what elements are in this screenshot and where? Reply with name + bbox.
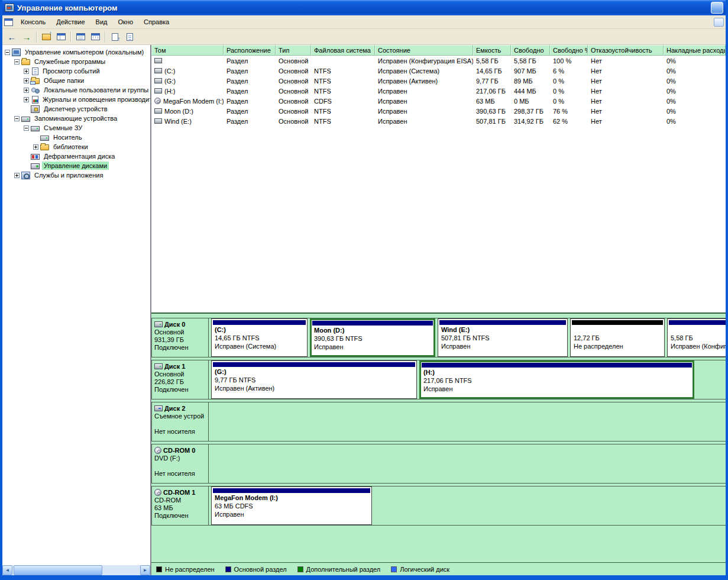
volume-row-h[interactable]: (H:)РазделОсновнойNTFSИсправен217,06 ГБ4… [151, 86, 726, 96]
computer-icon [12, 49, 21, 56]
child-window-button[interactable] [714, 18, 724, 27]
show-hide-tree-button[interactable] [54, 30, 68, 43]
menu-item-help[interactable]: Справка [138, 17, 174, 27]
collapse-icon[interactable] [14, 59, 20, 65]
menu-item-action[interactable]: Действие [51, 17, 90, 27]
close-button[interactable] [711, 2, 723, 14]
volume-fault-tolerance: Нет [588, 78, 664, 85]
tree-item-media[interactable]: Носитель [2, 133, 150, 142]
partition-g[interactable]: (G:)9,77 ГБ NTFSИсправен (Активен) [211, 360, 417, 399]
volume-row-c[interactable]: (C:)РазделОсновнойNTFSИсправен (Система)… [151, 66, 726, 76]
column-header-volume[interactable]: Том [151, 45, 224, 56]
disk-header-disk-0[interactable]: Диск 0Основной931,39 ГБПодключен [152, 318, 209, 357]
column-header-overhead[interactable]: Накладные расходы [664, 45, 726, 56]
tree-item-disk-management[interactable]: Управление дисками [2, 161, 150, 170]
expand-icon[interactable] [14, 173, 20, 178]
tree-item-libraries[interactable]: библиотеки [2, 142, 150, 152]
volume-type: Основной [276, 78, 311, 85]
disk-info-line: Основной [154, 370, 206, 378]
expand-icon[interactable] [24, 69, 29, 74]
volume-row-megafon-i[interactable]: MegaFon Modem (I:)РазделОсновнойCDFSИспр… [151, 96, 726, 106]
partition-unallocated[interactable]: 12,72 ГБНе распределен [570, 318, 665, 357]
volume-type: Основной [276, 98, 311, 105]
tree-item-shared-folders[interactable]: Общие папки [2, 76, 150, 85]
disk-info-line: Подключен [154, 512, 206, 520]
tree-item-services-applications[interactable]: Службы и приложения [2, 170, 150, 180]
up-one-level-button[interactable] [39, 30, 53, 43]
disk-header-disk-1[interactable]: Диск 1Основной226,82 ГБПодключен [152, 360, 209, 399]
computer-management-window: Управление компьютером КонсольДействиеВи… [0, 0, 728, 580]
volume-row-moon-d[interactable]: Moon (D:)РазделОсновнойNTFSИсправен390,6… [151, 106, 726, 116]
column-header-free-space[interactable]: Свободно [511, 45, 550, 56]
disk-info-line: Нет носителя [154, 470, 206, 478]
scrollbar-thumb[interactable] [14, 565, 102, 575]
column-header-file-system[interactable]: Файловая система [311, 45, 375, 56]
tree-horizontal-scrollbar[interactable]: ◄ ► [2, 565, 150, 575]
partition-wind-e[interactable]: Wind (E:)507,81 ГБ NTFSИсправен [438, 318, 568, 357]
tree-item-storage[interactable]: Запоминающие устройства [2, 114, 150, 123]
disk-header-cdrom-1[interactable]: CD-ROM 1CD-ROM63 МБПодключен [152, 486, 209, 525]
tree-item-computer-management-root[interactable]: Управление компьютером (локальным) [2, 47, 150, 57]
volume-capacity: 14,65 ГБ [473, 67, 511, 75]
volume-icon [154, 118, 162, 124]
partition-h[interactable]: (H:)217,06 ГБ NTFSИсправен [419, 360, 694, 399]
collapse-icon[interactable] [14, 116, 20, 121]
collapse-icon[interactable] [5, 50, 10, 55]
legend-item-extended-partition: Дополнительный раздел [297, 566, 381, 573]
partition-megafon-i[interactable]: MegaFon Modem (I:)63 МБ CDFSИсправен [211, 486, 372, 525]
tree-item-event-viewer[interactable]: Просмотр событий [2, 66, 150, 76]
tree-item-performance-logs[interactable]: Журналы и оповещения производит [2, 95, 150, 104]
disk-row-disk-1: Диск 1Основной226,82 ГБПодключен(G:)9,77… [151, 360, 726, 399]
scrollbar-track[interactable] [12, 565, 140, 575]
partition-label: (C:) [212, 326, 307, 334]
volume-icon [154, 68, 162, 73]
scroll-left-button[interactable]: ◄ [2, 565, 12, 575]
back-button[interactable] [5, 30, 19, 43]
partition-size: 217,06 ГБ NTFS [420, 376, 693, 385]
console-window-icon[interactable] [4, 18, 13, 26]
disk-header-disk-2[interactable]: Диск 2Съемное устрой Нет носителя [152, 402, 209, 441]
partition-eisa[interactable]: 5,58 ГБИсправен (Конфигу [667, 318, 726, 357]
partition-label: MegaFon Modem (I:) [212, 494, 371, 502]
window-props-icon [76, 33, 85, 40]
volume-free-pct: 62 % [550, 118, 588, 125]
volume-row-g[interactable]: (G:)РазделОсновнойNTFSИсправен (Активен)… [151, 76, 726, 86]
disk-header-cdrom-0[interactable]: CD-ROM 0DVD (F:) Нет носителя [152, 444, 209, 483]
refresh-button[interactable] [108, 30, 122, 43]
volume-row-wind-e[interactable]: Wind (E:)РазделОсновнойNTFSИсправен507,8… [151, 116, 726, 126]
volume-row-eisa[interactable]: РазделОсновнойИсправен (Конфигурация EIS… [151, 56, 726, 66]
column-header-status[interactable]: Состояние [375, 45, 473, 56]
cd-rom-icon [154, 447, 161, 454]
scroll-right-button[interactable]: ► [140, 565, 150, 575]
menu-item-view[interactable]: Вид [90, 17, 113, 27]
disk-row-disk-0: Диск 0Основной931,39 ГБПодключен(C:)14,6… [151, 318, 726, 357]
column-header-free-pct[interactable]: Свободно % [550, 45, 588, 56]
partition-moon-d[interactable]: Moon (D:)390,63 ГБ NTFSИсправен [310, 318, 435, 357]
volume-layout: Раздел [224, 98, 276, 105]
volume-free-pct: 6 % [550, 67, 588, 75]
menu-item-window[interactable]: Окно [113, 17, 139, 27]
volume-free-space: 298,37 ГБ [511, 108, 550, 115]
menu-item-console[interactable]: Консоль [15, 17, 51, 27]
column-header-fault-tolerance[interactable]: Отказоустойчивость [588, 45, 664, 56]
collapse-icon[interactable] [24, 125, 29, 131]
forward-button[interactable] [20, 30, 34, 43]
column-header-layout[interactable]: Расположение [224, 45, 276, 56]
properties-button[interactable] [73, 30, 88, 43]
expand-icon[interactable] [24, 78, 29, 83]
column-header-capacity[interactable]: Емкость [473, 45, 511, 56]
expand-icon[interactable] [33, 144, 38, 150]
expand-icon[interactable] [24, 97, 29, 102]
column-header-type[interactable]: Тип [276, 45, 311, 56]
tree-item-device-manager[interactable]: Диспетчер устройств [2, 104, 150, 114]
tree-item-local-users-groups[interactable]: Локальные пользователи и группы [2, 85, 150, 95]
tree-item-system-tools[interactable]: Служебные программы [2, 57, 150, 66]
export-list-button[interactable] [122, 30, 137, 43]
partition-size: 14,65 ГБ NTFS [212, 334, 307, 342]
tree-item-removable-storage[interactable]: Съемные ЗУ [2, 123, 150, 133]
title-bar[interactable]: Управление компьютером [2, 0, 726, 15]
partition-c[interactable]: (C:)14,65 ГБ NTFSИсправен (Система) [211, 318, 308, 357]
expand-icon[interactable] [24, 88, 29, 93]
view-menu-button[interactable] [88, 30, 102, 43]
tree-item-disk-defragmenter[interactable]: Дефрагментация диска [2, 152, 150, 161]
